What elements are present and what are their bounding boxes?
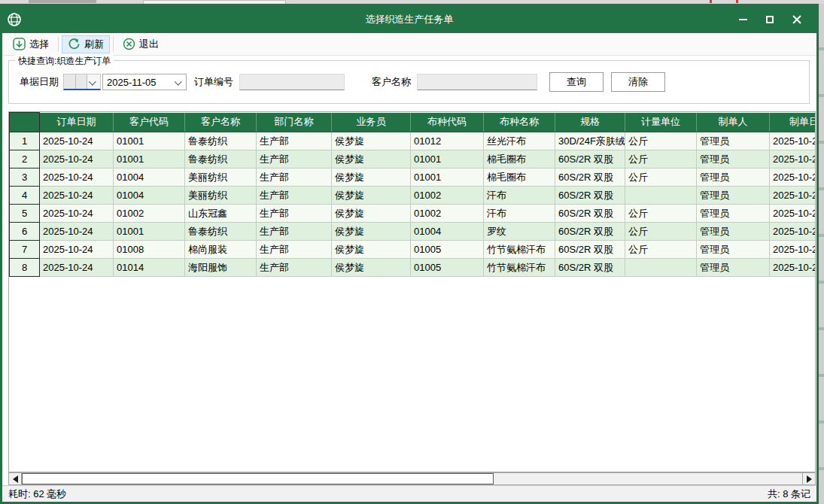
table-cell[interactable]: 01001: [114, 223, 185, 241]
table-cell[interactable]: 鲁泰纺织: [185, 150, 257, 169]
table-cell[interactable]: 01014: [114, 259, 185, 277]
table-row[interactable]: 72025-10-2401008棉尚服装生产部侯梦旋01005竹节氨棉汗布60S…: [10, 241, 816, 259]
table-cell[interactable]: 公斤: [625, 132, 697, 150]
header-cell[interactable]: 客户代码: [114, 113, 185, 132]
minimize-button[interactable]: [729, 9, 756, 30]
row-number-cell[interactable]: 5: [10, 205, 40, 223]
table-cell[interactable]: 2025-10-24: [770, 241, 816, 259]
table-cell[interactable]: 侯梦旋: [332, 259, 411, 277]
table-row[interactable]: 12025-10-2401001鲁泰纺织生产部侯梦旋01012丝光汗布30D/2…: [10, 132, 816, 150]
header-cell[interactable]: 布种代码: [411, 113, 484, 132]
header-cell[interactable]: 制单人: [697, 113, 770, 132]
table-cell[interactable]: 01004: [114, 169, 185, 187]
table-cell[interactable]: 60S/2R 双股: [555, 205, 625, 223]
select-button[interactable]: 选择: [7, 35, 55, 53]
table-row[interactable]: 62025-10-2401001鲁泰纺织生产部侯梦旋01004罗纹60S/2R …: [10, 223, 816, 241]
table-cell[interactable]: 公斤: [625, 150, 697, 169]
table-cell[interactable]: 公斤: [625, 169, 697, 187]
table-cell[interactable]: [625, 187, 697, 205]
table-cell[interactable]: 01005: [411, 241, 484, 259]
order-no-input[interactable]: [239, 74, 345, 90]
row-number-cell[interactable]: 2: [10, 150, 40, 169]
table-cell[interactable]: 生产部: [257, 259, 332, 277]
table-cell[interactable]: 管理员: [697, 223, 770, 241]
header-cell[interactable]: 客户名称: [185, 113, 257, 132]
table-cell[interactable]: 生产部: [257, 187, 332, 205]
row-number-cell[interactable]: 4: [10, 187, 40, 205]
table-cell[interactable]: 2025-10-24: [770, 169, 816, 187]
table-cell[interactable]: 2025-10-24: [770, 205, 816, 223]
table-cell[interactable]: 2025-10-24: [40, 132, 114, 150]
table-cell[interactable]: 汗布: [484, 205, 555, 223]
table-cell[interactable]: 生产部: [257, 150, 332, 169]
table-cell[interactable]: 01004: [411, 223, 484, 241]
table-cell[interactable]: 01001: [114, 150, 185, 169]
table-row[interactable]: 82025-10-2401014海阳服饰生产部侯梦旋01005竹节氨棉汗布60S…: [10, 259, 816, 277]
table-cell[interactable]: 鲁泰纺织: [185, 132, 257, 150]
query-button[interactable]: 查询: [549, 72, 604, 92]
table-cell[interactable]: 侯梦旋: [332, 169, 411, 187]
table-cell[interactable]: 生产部: [257, 169, 332, 187]
row-number-cell[interactable]: 3: [10, 169, 40, 187]
table-cell[interactable]: 2025-10-24: [770, 259, 816, 277]
table-cell[interactable]: 棉毛圈布: [484, 150, 555, 169]
table-cell[interactable]: 生产部: [257, 241, 332, 259]
table-cell[interactable]: 海阳服饰: [185, 259, 257, 277]
date-combobox[interactable]: 2025-11-05: [102, 74, 187, 90]
header-cell[interactable]: 规格: [555, 113, 625, 132]
table-cell[interactable]: 01001: [411, 150, 484, 169]
exit-button[interactable]: 退出: [117, 35, 165, 53]
table-cell[interactable]: 竹节氨棉汗布: [484, 259, 555, 277]
clear-button[interactable]: 清除: [611, 72, 665, 92]
table-cell[interactable]: 60S/2R 双股: [555, 150, 625, 169]
table-cell[interactable]: 侯梦旋: [332, 223, 411, 241]
customer-name-input[interactable]: [417, 74, 537, 90]
table-cell[interactable]: 01005: [411, 259, 484, 277]
table-cell[interactable]: 生产部: [257, 205, 332, 223]
table-cell[interactable]: 竹节氨棉汗布: [484, 241, 555, 259]
table-cell[interactable]: 60S/2R 双股: [555, 223, 625, 241]
scrollbar-thumb[interactable]: [22, 473, 494, 484]
table-cell[interactable]: 公斤: [625, 205, 697, 223]
table-cell[interactable]: 01008: [114, 241, 185, 259]
table-cell[interactable]: 管理员: [697, 132, 770, 150]
scroll-left-button[interactable]: [9, 473, 22, 484]
row-number-cell[interactable]: 7: [10, 241, 40, 259]
table-cell[interactable]: 管理员: [697, 259, 770, 277]
table-cell[interactable]: 山东冠鑫: [185, 205, 257, 223]
table-cell[interactable]: 管理员: [697, 169, 770, 187]
table-cell[interactable]: 30D/24F亲肤绒: [555, 132, 625, 150]
table-cell[interactable]: 罗纹: [484, 223, 555, 241]
table-cell[interactable]: 公斤: [625, 223, 697, 241]
table-cell[interactable]: 鲁泰纺织: [185, 223, 257, 241]
header-cell[interactable]: 布种名称: [484, 113, 555, 132]
table-cell[interactable]: 侯梦旋: [332, 241, 411, 259]
table-cell[interactable]: 2025-10-24: [770, 150, 816, 169]
header-cell[interactable]: 订单日期: [40, 113, 114, 132]
table-cell[interactable]: 60S/2R 双股: [555, 169, 625, 187]
table-cell[interactable]: 公斤: [625, 241, 697, 259]
table-cell[interactable]: 2025-10-24: [40, 205, 114, 223]
table-cell[interactable]: 生产部: [257, 132, 332, 150]
table-cell[interactable]: 美丽纺织: [185, 169, 257, 187]
table-cell[interactable]: 丝光汗布: [484, 132, 555, 150]
table-row[interactable]: 22025-10-2401001鲁泰纺织生产部侯梦旋01001棉毛圈布60S/2…: [10, 150, 816, 169]
table-cell[interactable]: 侯梦旋: [332, 187, 411, 205]
header-cell[interactable]: 业务员: [332, 113, 411, 132]
table-cell[interactable]: 2025-10-24: [770, 132, 816, 150]
table-cell[interactable]: 2025-10-24: [40, 150, 114, 169]
close-button[interactable]: [783, 9, 810, 30]
table-row[interactable]: 32025-10-2401004美丽纺织生产部侯梦旋01001棉毛圈布60S/2…: [10, 169, 816, 187]
header-cell[interactable]: 部门名称: [257, 113, 332, 132]
table-cell[interactable]: 2025-10-24: [40, 241, 114, 259]
table-cell[interactable]: 管理员: [697, 205, 770, 223]
table-row[interactable]: 52025-10-2401002山东冠鑫生产部侯梦旋01002汗布60S/2R …: [10, 205, 816, 223]
table-cell[interactable]: 2025-10-24: [40, 169, 114, 187]
table-cell[interactable]: 管理员: [697, 187, 770, 205]
table-cell[interactable]: 棉尚服装: [185, 241, 257, 259]
table-cell[interactable]: 2025-10-24: [770, 187, 816, 205]
table-cell[interactable]: 01004: [114, 187, 185, 205]
table-cell[interactable]: 2025-10-24: [770, 223, 816, 241]
date-operator-combobox[interactable]: [63, 74, 101, 90]
table-cell[interactable]: 01001: [411, 169, 484, 187]
